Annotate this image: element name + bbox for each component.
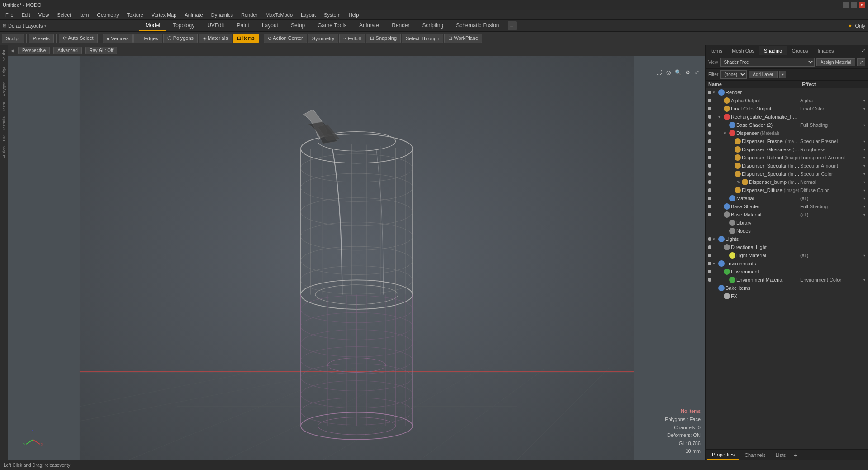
- bottom-tab-channels[interactable]: Channels: [740, 451, 770, 459]
- vp-zoom-fit-icon[interactable]: ◎: [664, 68, 673, 77]
- tree-arrow-lights[interactable]: ▾: [713, 237, 718, 241]
- presets-button[interactable]: Presets: [29, 34, 54, 43]
- right-panel-expand[interactable]: ⤢: [859, 46, 868, 55]
- tree-dropdown-base-shader-2[interactable]: ▾: [863, 123, 868, 127]
- add-layout-button[interactable]: +: [508, 21, 517, 30]
- vis-icon-base-shader[interactable]: [707, 203, 713, 210]
- maximize-button[interactable]: □: [851, 2, 857, 8]
- menu-help[interactable]: Help: [345, 11, 363, 19]
- vis-icon-library[interactable]: [707, 220, 713, 226]
- menu-texture[interactable]: Texture: [123, 11, 147, 19]
- vis-icon-render[interactable]: [707, 89, 713, 96]
- rpanel-tab-images[interactable]: Images: [813, 46, 839, 55]
- menu-animate[interactable]: Animate: [181, 11, 206, 19]
- view-select[interactable]: Shader Tree: [720, 58, 815, 67]
- vis-icon-bake-items[interactable]: [707, 285, 713, 291]
- layout-tab-topology[interactable]: Topology: [166, 20, 201, 31]
- menu-select[interactable]: Select: [53, 11, 75, 19]
- tree-dropdown-disp-fresnel[interactable]: ▾: [863, 139, 868, 144]
- tree-row-light-material[interactable]: Light Material(all)▾: [706, 251, 868, 259]
- materials-button[interactable]: ◈ Materials: [199, 34, 232, 43]
- layout-select[interactable]: Default Layouts: [8, 23, 43, 29]
- tree-dropdown-disp-specular[interactable]: ▾: [863, 172, 868, 176]
- tree-arrow-rechargeable[interactable]: ▾: [718, 115, 724, 119]
- tree-arrow-render[interactable]: ▾: [713, 90, 718, 95]
- tree-row-material-all[interactable]: Material(all)▾: [706, 194, 868, 202]
- rpanel-tab-shading[interactable]: Shading: [759, 46, 787, 55]
- tree-row-environments[interactable]: ▾Environments: [706, 259, 868, 268]
- tree-row-rechargeable[interactable]: ▾Rechargeable_Automatic_Foam_Soap_Di ...: [706, 113, 868, 121]
- vp-expand-icon[interactable]: ⤢: [693, 68, 701, 77]
- bottom-tab-properties[interactable]: Properties: [707, 451, 739, 460]
- falloff-button[interactable]: ~ Falloff: [339, 34, 365, 43]
- tree-row-disp-bump[interactable]: ✎Dispenser_bump (Image)Normal▾: [706, 178, 868, 186]
- tree-dropdown-disp-diffuse[interactable]: ▾: [863, 188, 868, 192]
- vis-icon-base-material[interactable]: [707, 211, 713, 218]
- left-vtab-materia[interactable]: Materia: [1, 114, 7, 133]
- menu-edit[interactable]: Edit: [18, 11, 34, 19]
- vis-icon-fx[interactable]: [707, 293, 713, 299]
- menu-maxtomodo[interactable]: MaxToModo: [262, 11, 296, 19]
- vis-icon-disp-specular[interactable]: [707, 171, 713, 177]
- add-layer-button[interactable]: Add Layer: [749, 71, 778, 78]
- vis-icon-environment[interactable]: [707, 269, 713, 275]
- pencil-icon-disp-bump[interactable]: ✎: [735, 179, 742, 185]
- symmetry-button[interactable]: Symmetry: [308, 34, 339, 43]
- layout-tab-setup[interactable]: Setup: [285, 20, 311, 31]
- bottom-tab-lists[interactable]: Lists: [771, 451, 791, 459]
- tree-row-environment[interactable]: Environment: [706, 268, 868, 276]
- vis-icon-disp-fresnel[interactable]: [707, 138, 713, 144]
- perspective-button[interactable]: Perspective: [18, 47, 50, 54]
- vis-icon-alpha-output[interactable]: [707, 97, 713, 104]
- vertices-button[interactable]: ● Vertices: [103, 34, 133, 43]
- tree-row-disp-fresnel[interactable]: Dispenser_Fresnel (Image)Specular Fresne…: [706, 137, 868, 145]
- tree-row-alpha-output[interactable]: Alpha OutputAlpha▾: [706, 96, 868, 105]
- layout-tab-scripting[interactable]: Scripting: [416, 20, 450, 31]
- left-vtab-mate[interactable]: Mate: [1, 99, 7, 114]
- tree-row-base-shader[interactable]: Base ShaderFull Shading▾: [706, 202, 868, 211]
- polygons-button[interactable]: ⬡ Polygons: [163, 34, 198, 43]
- tree-row-bake-items[interactable]: Bake Items: [706, 284, 868, 292]
- menu-layout[interactable]: Layout: [297, 11, 319, 19]
- tree-dropdown-final-color[interactable]: ▾: [863, 107, 868, 111]
- menu-item[interactable]: Item: [76, 11, 92, 19]
- layout-tab-render[interactable]: Render: [385, 20, 416, 31]
- vis-icon-dispenser-mat[interactable]: [707, 130, 713, 136]
- left-vtab-uv[interactable]: UV: [1, 133, 7, 144]
- tree-row-disp-specular[interactable]: Dispenser_Specular (Image)Specular Color…: [706, 170, 868, 178]
- tree-dropdown-disp-glossiness[interactable]: ▾: [863, 148, 868, 152]
- vis-icon-lights[interactable]: [707, 236, 713, 242]
- left-vtab-fusion[interactable]: Fusion: [1, 144, 7, 161]
- tree-row-env-material[interactable]: Environment MaterialEnvironment Color▾: [706, 276, 868, 284]
- tree-row-render[interactable]: ▾Render: [706, 88, 868, 96]
- left-vtab-sculpt[interactable]: Sculpt: [1, 47, 7, 64]
- snapping-button[interactable]: ⊞ Snapping: [366, 34, 401, 43]
- tree-row-fx[interactable]: FX: [706, 292, 868, 300]
- advanced-button[interactable]: Advanced: [53, 47, 81, 54]
- layout-tab-paint[interactable]: Paint: [231, 20, 256, 31]
- menu-file[interactable]: File: [2, 11, 17, 19]
- rpanel-tab-items[interactable]: Items: [706, 46, 727, 55]
- vp-settings-icon[interactable]: ⚙: [683, 68, 692, 77]
- filter-select[interactable]: (none): [720, 70, 747, 79]
- vp-zoom-icon[interactable]: 🔍: [674, 68, 682, 77]
- vis-icon-final-color[interactable]: [707, 106, 713, 112]
- vis-icon-material-all[interactable]: [707, 195, 713, 201]
- vis-icon-rechargeable[interactable]: [707, 114, 713, 120]
- tree-row-disp-diffuse[interactable]: Dispenser_Diffuse (Image)Diffuse Color▾: [706, 186, 868, 194]
- tree-arrow-environments[interactable]: ▾: [713, 261, 718, 266]
- tree-row-final-color[interactable]: Final Color OutputFinal Color▾: [706, 105, 868, 113]
- tree-arrow-dispenser-mat[interactable]: ▾: [724, 131, 729, 135]
- layout-tab-schematic-fusion[interactable]: Schematic Fusion: [450, 20, 505, 31]
- assign-material-button[interactable]: Assign Material: [816, 58, 855, 66]
- vis-icon-disp-refract[interactable]: [707, 154, 713, 161]
- tree-dropdown-material-all[interactable]: ▾: [863, 197, 868, 201]
- add-layer-dropdown[interactable]: ▾: [779, 71, 786, 78]
- vis-icon-nodes[interactable]: [707, 228, 713, 234]
- rpanel-tab-mesh-ops[interactable]: Mesh Ops: [727, 46, 759, 55]
- auto-select-button[interactable]: ⟳ Auto Select: [59, 34, 98, 43]
- shader-tree[interactable]: ▾RenderAlpha OutputAlpha▾Final Color Out…: [706, 88, 868, 449]
- items-button[interactable]: ⊞ Items: [233, 34, 259, 43]
- workplane-button[interactable]: ⊟ WorkPlane: [444, 34, 482, 43]
- menu-vertex map[interactable]: Vertex Map: [148, 11, 180, 19]
